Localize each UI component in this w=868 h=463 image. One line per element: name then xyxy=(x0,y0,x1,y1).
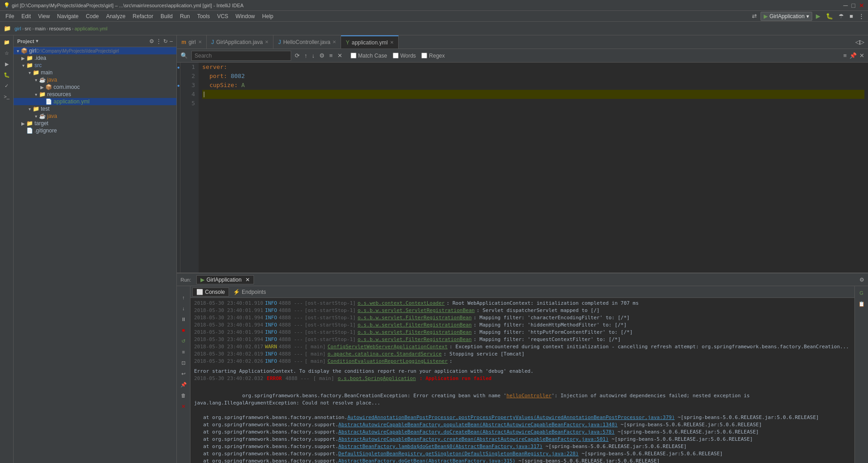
project-sync-btn[interactable]: ↻ xyxy=(163,38,168,44)
log-logger-1[interactable]: o.s.web.context.ContextLoader xyxy=(357,300,444,307)
project-header-right[interactable]: ⚙ ⋮ ↻ – xyxy=(149,38,173,44)
run-tab-close[interactable]: ✕ xyxy=(245,277,250,283)
run-console-tab[interactable] xyxy=(178,288,190,292)
log-logger-4[interactable]: o.s.b.w.servlet.FilterRegistrationBean xyxy=(357,322,472,329)
menu-window[interactable]: Window xyxy=(232,12,258,20)
menu-code[interactable]: Code xyxy=(82,12,102,20)
log-logger-3[interactable]: o.s.b.w.servlet.FilterRegistrationBean xyxy=(357,314,472,322)
run-rerun-btn[interactable]: ↺ xyxy=(178,336,190,346)
favorites-icon[interactable]: ☆ xyxy=(1,48,13,58)
tree-item-idea[interactable]: ▶ 📁 .idea xyxy=(14,54,176,62)
st-7-link[interactable]: AbstractBeanFactory.doGetBean(AbstractBe… xyxy=(338,458,516,463)
search-options-btn[interactable]: ≡ xyxy=(328,51,334,60)
menu-refactor[interactable]: Refactor xyxy=(129,12,157,20)
tree-item-src[interactable]: ▾ 📁 src xyxy=(14,62,176,69)
project-gear-btn[interactable]: ⋮ xyxy=(156,38,161,44)
st-5-link[interactable]: AbstractBeanFactory.lambda$doGetBean$0(A… xyxy=(338,444,542,449)
run-tab-girlapp[interactable]: ▶ GirlApplication ✕ xyxy=(196,275,254,284)
menu-build[interactable]: Build xyxy=(157,12,176,20)
words-option[interactable]: Words xyxy=(393,53,416,59)
run-stop-btn[interactable]: ■ xyxy=(178,325,190,335)
debug-button[interactable]: 🐛 xyxy=(824,12,835,20)
tree-item-main[interactable]: ▾ 📁 main xyxy=(14,69,176,76)
project-panel-toggle[interactable]: 📁 xyxy=(1,37,13,47)
menu-vcs[interactable]: VCS xyxy=(214,12,232,20)
run-settings-btn[interactable]: ⚙ xyxy=(859,277,864,283)
st-4-link[interactable]: AbstractAutowireCapableBeanFactory.creat… xyxy=(338,436,609,442)
tab-close-girlapp[interactable]: ✕ xyxy=(265,39,268,44)
search-next-btn[interactable]: ↓ xyxy=(311,51,316,60)
regex-checkbox[interactable] xyxy=(421,53,427,58)
log-logger-6[interactable]: o.s.b.w.servlet.FilterRegistrationBean xyxy=(357,336,472,343)
endpoints-tab[interactable]: ⚡ Endpoints xyxy=(229,288,270,297)
run-filter-btn[interactable]: ≡ xyxy=(178,347,190,357)
code-editor[interactable]: server: port: 8082 cupSize: A | xyxy=(199,63,868,273)
search-close-btn[interactable]: ✕ xyxy=(336,51,343,60)
recent-files-btn[interactable]: ◁▷ xyxy=(853,38,866,46)
tree-item-girl[interactable]: ▾ 📦 girl D:\Company\MyProjects\IdeaProje… xyxy=(14,47,176,54)
close-btn[interactable]: ✕ xyxy=(859,2,864,9)
exception-bean-link[interactable]: helloController xyxy=(507,393,551,399)
todo-icon[interactable]: ✓ xyxy=(1,81,13,91)
tab-hello[interactable]: J HelloController.java ✕ xyxy=(273,35,341,49)
match-case-option[interactable]: Match Case xyxy=(351,53,387,59)
project-collapse-btn[interactable]: – xyxy=(170,38,173,44)
tab-application-yml[interactable]: Y application.yml ✕ xyxy=(341,35,398,49)
search-extra-btn[interactable]: ≡ xyxy=(842,51,848,60)
run-up-btn[interactable]: ↑ xyxy=(178,292,190,302)
run-delete-btn[interactable]: ✕ xyxy=(178,401,190,411)
tree-item-java[interactable]: ▾ ☕ java xyxy=(14,76,176,83)
editor-content[interactable]: ● ● 1 2 3 4 5 server: xyxy=(177,63,868,273)
st-2-link[interactable]: AbstractAutowireCapableBeanFactory.popul… xyxy=(338,422,618,428)
bread-girl[interactable]: girl xyxy=(15,26,21,31)
menu-navigate[interactable]: Navigate xyxy=(54,12,82,20)
menu-run[interactable]: Run xyxy=(176,12,194,20)
menu-help[interactable]: Help xyxy=(258,12,277,20)
minimize-btn[interactable]: ─ xyxy=(844,2,848,9)
terminal-icon[interactable]: >_ xyxy=(1,92,13,102)
titlebar-controls[interactable]: ─ □ ✕ xyxy=(844,2,864,9)
tree-item-application-yml[interactable]: 📄 application.yml xyxy=(14,98,176,105)
project-icon[interactable]: 📁 xyxy=(2,24,13,33)
stop-button[interactable]: ■ xyxy=(848,12,855,20)
run-button[interactable]: ▶ xyxy=(814,12,822,20)
tab-girl[interactable]: m girl ✕ xyxy=(177,35,207,49)
more-run-btn[interactable]: ⋮ xyxy=(857,12,866,20)
search-icon[interactable]: 🔍 xyxy=(180,51,189,60)
run-down-btn[interactable]: ↓ xyxy=(178,303,190,313)
debug-panel-icon[interactable]: 🐛 xyxy=(1,70,13,80)
bread-file[interactable]: application.yml xyxy=(74,26,107,31)
gradle-icon[interactable]: G xyxy=(856,288,868,298)
bread-resources[interactable]: resources xyxy=(49,26,71,31)
run-pause-btn[interactable]: ⏸ xyxy=(178,314,190,324)
search-history-btn[interactable]: ⟳ xyxy=(294,51,301,60)
tree-item-test[interactable]: ▾ 📁 test xyxy=(14,105,176,112)
log-logger-7[interactable]: ConfigServletWebServerApplicationContext xyxy=(327,343,448,351)
run-pin-btn[interactable]: 📌 xyxy=(178,380,190,390)
menu-file[interactable]: File xyxy=(2,12,18,20)
menu-view[interactable]: View xyxy=(34,12,54,20)
regex-option[interactable]: Regex xyxy=(421,53,445,59)
search-prev-btn[interactable]: ↑ xyxy=(303,51,308,60)
tab-girlapp[interactable]: J GirlApplication.java ✕ xyxy=(207,35,274,49)
match-case-checkbox[interactable] xyxy=(351,53,356,58)
log-logger-2[interactable]: o.s.b.w.servlet.ServletRegistrationBean xyxy=(357,307,474,314)
run-config-selector[interactable]: ▶ GirlApplication ▾ xyxy=(761,12,812,21)
search-input[interactable] xyxy=(191,51,291,61)
st-3-link[interactable]: AbstractAutowireCapableBeanFactory.doCre… xyxy=(338,429,614,435)
tree-item-com-imooc[interactable]: ▶ 📦 com.imooc xyxy=(14,83,176,91)
menu-edit[interactable]: Edit xyxy=(18,12,34,20)
search-close2-btn[interactable]: ✕ xyxy=(858,51,865,60)
st-1-link[interactable]: AutowiredAnnotationBeanPostProcessor.pos… xyxy=(347,414,675,420)
log-logger-5[interactable]: o.s.b.w.servlet.FilterRegistrationBean xyxy=(357,329,472,336)
search-filter-btn[interactable]: ⚙ xyxy=(318,51,326,60)
switch-layout-btn[interactable]: ⇄ xyxy=(750,12,759,20)
log-logger-9[interactable]: ConditionEvaluationReportLoggingListener xyxy=(327,358,448,365)
tree-item-java2[interactable]: ▾ ☕ java xyxy=(14,112,176,120)
bread-src[interactable]: src xyxy=(24,26,31,31)
tab-close-yml[interactable]: ✕ xyxy=(390,40,394,45)
coverage-button[interactable]: ☂ xyxy=(837,12,846,20)
menu-analyze[interactable]: Analyze xyxy=(102,12,129,20)
project-settings-btn[interactable]: ⚙ xyxy=(149,38,154,44)
menu-tools[interactable]: Tools xyxy=(194,12,214,20)
